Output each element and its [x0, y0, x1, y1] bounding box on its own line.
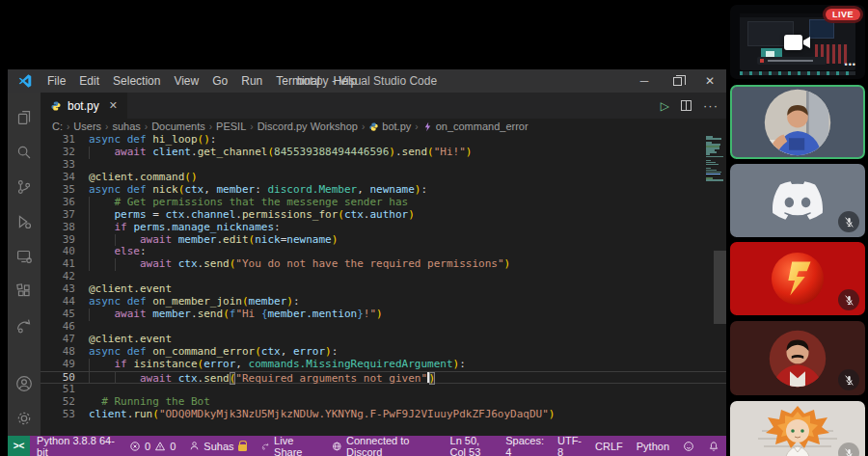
account-icon[interactable]	[10, 366, 39, 401]
menu-file[interactable]: File	[41, 74, 72, 88]
video-camera-icon	[783, 33, 812, 52]
run-debug-icon[interactable]	[10, 204, 39, 239]
minimize-button[interactable]: ─	[628, 69, 661, 93]
search-icon[interactable]	[10, 135, 39, 170]
breadcrumb-segment[interactable]: bot.py	[382, 121, 411, 132]
tile-discord-bot[interactable]	[730, 164, 865, 237]
python-file-icon	[50, 100, 62, 112]
menu-run[interactable]: Run	[234, 74, 269, 88]
breadcrumb-separator: ›	[66, 121, 70, 132]
live-badge: LIVE	[826, 9, 860, 20]
tab-botpy[interactable]: bot.py ✕	[41, 93, 127, 119]
globe-icon	[332, 441, 342, 452]
tab-close-icon[interactable]: ✕	[109, 99, 118, 112]
source-control-icon[interactable]	[10, 170, 39, 204]
vscode-logo-icon	[17, 73, 33, 89]
tile-more-icon[interactable]: •••	[845, 60, 856, 69]
breadcrumb-segment[interactable]: Discord.py Workshop	[258, 121, 358, 132]
menu-edit[interactable]: Edit	[72, 74, 106, 88]
omniman-avatar	[768, 329, 827, 389]
explorer-icon[interactable]	[10, 100, 39, 135]
breadcrumb-separator: ›	[249, 121, 254, 132]
tile-f-logo-user[interactable]	[730, 242, 865, 315]
extensions-icon[interactable]	[10, 274, 39, 308]
python-file-icon	[368, 121, 379, 132]
remote-explorer-icon[interactable]	[10, 239, 39, 274]
tile-anime-user[interactable]	[730, 401, 865, 456]
problems-status[interactable]: 0 0	[122, 436, 182, 456]
lock-icon	[238, 444, 247, 451]
liveshare-user-status[interactable]: Suhas	[182, 436, 253, 456]
tile-omniman-user[interactable]	[730, 321, 865, 395]
code-lines: 31async def hi_loop():32 await client.ge…	[41, 134, 726, 421]
discord-logo-icon	[773, 181, 823, 220]
breadcrumb-segment[interactable]: suhas	[112, 121, 140, 132]
status-bar: >< Python 3.8.8 64-bit 0 0 Suhas Live Sh…	[8, 436, 726, 456]
encoding-status[interactable]: UTF-8	[551, 436, 588, 456]
scrollbar-thumb[interactable]	[714, 251, 726, 324]
restore-button[interactable]	[661, 69, 693, 93]
run-python-file-button[interactable]: ▷	[661, 99, 669, 113]
close-button[interactable]: ✕	[693, 69, 726, 93]
code-line[interactable]: 50 await ctx.send("Required arguments no…	[41, 371, 726, 384]
live-share-status[interactable]: Live Share	[254, 436, 326, 456]
vscode-window: File Edit Selection View Go Run Terminal…	[8, 69, 726, 456]
breadcrumb-segment[interactable]: on_command_error	[436, 121, 529, 132]
breadcrumb-segment[interactable]: PESIL	[216, 121, 246, 132]
breadcrumb-separator: ›	[144, 121, 149, 132]
breadcrumb-separator: ›	[414, 121, 419, 132]
menu-selection[interactable]: Selection	[106, 74, 167, 88]
language-mode-status[interactable]: Python	[630, 436, 676, 456]
more-actions-icon[interactable]: ···	[703, 98, 719, 113]
menu-terminal[interactable]: Terminal	[269, 74, 326, 88]
eol-status[interactable]: CRLF	[588, 436, 630, 456]
cursor-position-status[interactable]: Ln 50, Col 53	[444, 436, 500, 456]
tile-webcam-speaker[interactable]	[730, 85, 865, 159]
titlebar: File Edit Selection View Go Run Terminal…	[8, 69, 726, 93]
person-icon	[189, 441, 200, 451]
breadcrumb-separator: ›	[104, 121, 109, 132]
mic-muted-icon	[838, 211, 859, 232]
breadcrumb-segment[interactable]: C:	[52, 121, 63, 132]
breadcrumb-segment[interactable]: Users	[73, 121, 101, 132]
split-editor-icon[interactable]	[681, 100, 692, 111]
code-line[interactable]: 32 await client.get_channel(845539388494…	[41, 147, 726, 159]
webcam-avatar	[763, 88, 832, 157]
code-line[interactable]: 41 await ctx.send("You do not have the r…	[41, 258, 726, 271]
code-editor[interactable]: 31async def hi_loop():32 await client.ge…	[41, 134, 726, 436]
code-line[interactable]: 53client.run("ODQ0MDkyMjk3NzU5MjkzNDUw.Y…	[41, 409, 726, 421]
menu-view[interactable]: View	[167, 74, 205, 88]
remote-indicator[interactable]: ><	[8, 436, 30, 456]
activity-bar	[8, 93, 41, 436]
code-line[interactable]: 49 if isinstance(error, commands.Missing…	[41, 359, 726, 371]
menu-go[interactable]: Go	[205, 74, 234, 88]
feedback-smiley-icon[interactable]	[676, 436, 701, 456]
discord-connection-status[interactable]: Connected to Discord	[325, 436, 443, 456]
indentation-status[interactable]: Spaces: 4	[499, 436, 551, 456]
f-bolt-avatar	[770, 251, 826, 307]
warning-icon	[154, 441, 166, 452]
tab-bar: bot.py ✕ ▷ ···	[41, 93, 726, 119]
symbol-event-icon	[422, 121, 433, 132]
breadcrumb-separator: ›	[361, 121, 366, 132]
settings-gear-icon[interactable]	[10, 401, 39, 436]
live-share-icon[interactable]	[10, 308, 39, 343]
error-icon	[129, 441, 141, 452]
tile-screen-share[interactable]: LIVE •••	[730, 5, 865, 79]
stream-layout: { "window": { "title": "bot.py - Visual …	[0, 0, 868, 456]
python-interpreter-status[interactable]: Python 3.8.8 64-bit	[30, 436, 122, 456]
mic-muted-icon	[838, 369, 859, 390]
breadcrumb-separator: ›	[208, 121, 213, 132]
breadcrumb: C:›Users›suhas›Documents›PESIL›Discord.p…	[41, 119, 726, 134]
notifications-bell-icon[interactable]	[701, 436, 726, 456]
minimap[interactable]	[705, 136, 724, 186]
breadcrumb-segment[interactable]: Documents	[151, 121, 205, 132]
code-line[interactable]: 45 await member.send(f"Hi {member.mentio…	[41, 308, 726, 321]
restore-icon	[673, 77, 682, 86]
menu-help[interactable]: Help	[327, 74, 365, 88]
live-share-status-icon	[260, 441, 271, 452]
anime-avatar	[745, 402, 851, 456]
tab-label: bot.py	[68, 99, 99, 113]
mic-muted-icon	[838, 289, 859, 310]
